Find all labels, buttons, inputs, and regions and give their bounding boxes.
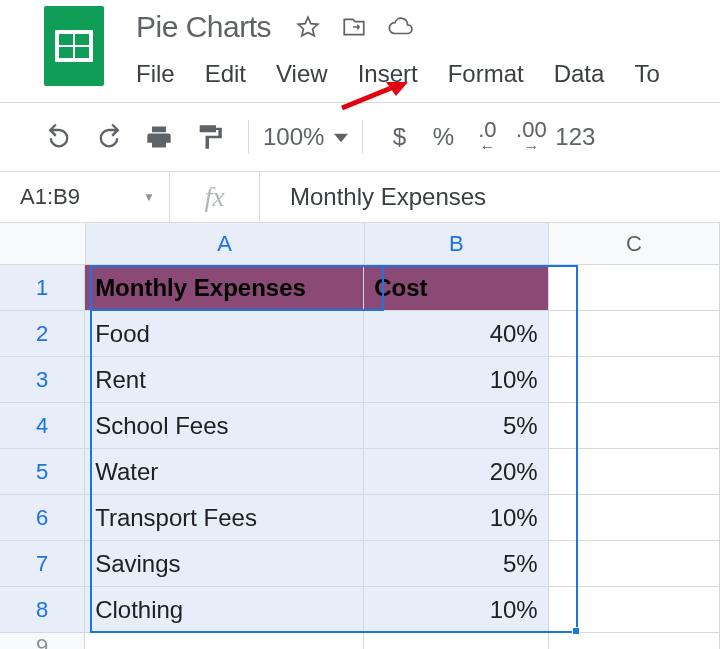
table-row: 4 School Fees 5%	[0, 403, 720, 449]
paint-format-button[interactable]	[184, 117, 234, 157]
cell-a8[interactable]: Clothing	[85, 587, 364, 632]
undo-button[interactable]	[34, 117, 84, 157]
cell-a5[interactable]: Water	[85, 449, 364, 494]
cell-a9[interactable]	[85, 633, 364, 649]
row-header[interactable]: 5	[0, 449, 85, 494]
cell-a2[interactable]: Food	[85, 311, 364, 356]
cell-c5[interactable]	[549, 449, 720, 494]
redo-button[interactable]	[84, 117, 134, 157]
cell-b6[interactable]: 10%	[364, 495, 549, 540]
column-headers: A B C	[0, 223, 720, 265]
cell-b4[interactable]: 5%	[364, 403, 549, 448]
table-row: 5 Water 20%	[0, 449, 720, 495]
cell-c4[interactable]	[549, 403, 720, 448]
table-row: 8 Clothing 10%	[0, 587, 720, 633]
more-formats-button[interactable]: 123	[553, 123, 597, 151]
cell-a3[interactable]: Rent	[85, 357, 364, 402]
table-row: 9	[0, 633, 720, 649]
menu-file[interactable]: File	[136, 60, 175, 88]
row-header[interactable]: 8	[0, 587, 85, 632]
arrow-left-icon: ←	[479, 140, 495, 154]
zoom-value: 100%	[263, 123, 324, 151]
row-header[interactable]: 9	[0, 633, 85, 649]
name-box[interactable]: A1:B9 ▼	[0, 172, 170, 222]
format-percent-button[interactable]: %	[421, 123, 465, 151]
decrease-decimal-button[interactable]: .0←	[465, 120, 509, 154]
row-header[interactable]: 1	[0, 265, 85, 310]
toolbar-separator	[248, 120, 249, 154]
print-button[interactable]	[134, 117, 184, 157]
menu-view[interactable]: View	[276, 60, 328, 88]
toolbar-separator	[362, 120, 363, 154]
cell-b5[interactable]: 20%	[364, 449, 549, 494]
menu-insert[interactable]: Insert	[358, 60, 418, 88]
row-header[interactable]: 3	[0, 357, 85, 402]
cell-b2[interactable]: 40%	[364, 311, 549, 356]
cell-b7[interactable]: 5%	[364, 541, 549, 586]
formula-input[interactable]	[260, 172, 720, 222]
table-row: 3 Rent 10%	[0, 357, 720, 403]
menu-tools[interactable]: To	[634, 60, 659, 88]
menu-edit[interactable]: Edit	[205, 60, 246, 88]
cell-b8[interactable]: 10%	[364, 587, 549, 632]
cell-c3[interactable]	[549, 357, 720, 402]
cell-b3[interactable]: 10%	[364, 357, 549, 402]
document-title[interactable]: Pie Charts	[136, 10, 271, 44]
sheets-logo-grid	[55, 30, 93, 62]
table-row: 1 Monthly Expenses Cost	[0, 265, 720, 311]
move-icon[interactable]	[341, 14, 367, 40]
fx-icon: fx	[170, 172, 260, 222]
star-icon[interactable]	[295, 14, 321, 40]
dropdown-caret-icon	[334, 123, 348, 151]
dropdown-caret-icon: ▼	[143, 190, 155, 204]
cell-a4[interactable]: School Fees	[85, 403, 364, 448]
column-header-c[interactable]: C	[549, 223, 720, 264]
sheets-logo	[44, 6, 104, 86]
row-header[interactable]: 6	[0, 495, 85, 540]
app-header: Pie Charts File Edit View Insert Format …	[0, 0, 720, 102]
cell-c7[interactable]	[549, 541, 720, 586]
table-row: 6 Transport Fees 10%	[0, 495, 720, 541]
menu-format[interactable]: Format	[448, 60, 524, 88]
cell-c8[interactable]	[549, 587, 720, 632]
row-header[interactable]: 4	[0, 403, 85, 448]
cell-a6[interactable]: Transport Fees	[85, 495, 364, 540]
menu-data[interactable]: Data	[554, 60, 605, 88]
select-all-corner[interactable]	[0, 223, 86, 264]
cell-a1[interactable]: Monthly Expenses	[85, 265, 364, 310]
column-header-b[interactable]: B	[365, 223, 549, 264]
spreadsheet-grid[interactable]: A B C 1 Monthly Expenses Cost 2 Food 40%…	[0, 223, 720, 649]
cloud-status-icon[interactable]	[387, 14, 413, 40]
table-row: 7 Savings 5%	[0, 541, 720, 587]
increase-decimal-button[interactable]: .00→	[509, 120, 553, 154]
arrow-right-icon: →	[523, 140, 539, 154]
cell-c1[interactable]	[549, 265, 720, 310]
toolbar: 100% $ % .0← .00→ 123	[0, 103, 720, 171]
cell-c9[interactable]	[549, 633, 720, 649]
table-row: 2 Food 40%	[0, 311, 720, 357]
zoom-dropdown[interactable]: 100%	[263, 123, 348, 151]
name-box-value: A1:B9	[20, 184, 80, 210]
cell-b1[interactable]: Cost	[364, 265, 549, 310]
cell-b9[interactable]	[364, 633, 549, 649]
cell-c6[interactable]	[549, 495, 720, 540]
formula-bar: A1:B9 ▼ fx	[0, 171, 720, 223]
column-header-a[interactable]: A	[86, 223, 365, 264]
cell-a7[interactable]: Savings	[85, 541, 364, 586]
cell-c2[interactable]	[549, 311, 720, 356]
row-header[interactable]: 7	[0, 541, 85, 586]
menu-bar: File Edit View Insert Format Data To	[136, 44, 660, 102]
row-header[interactable]: 2	[0, 311, 85, 356]
format-currency-button[interactable]: $	[377, 123, 421, 151]
